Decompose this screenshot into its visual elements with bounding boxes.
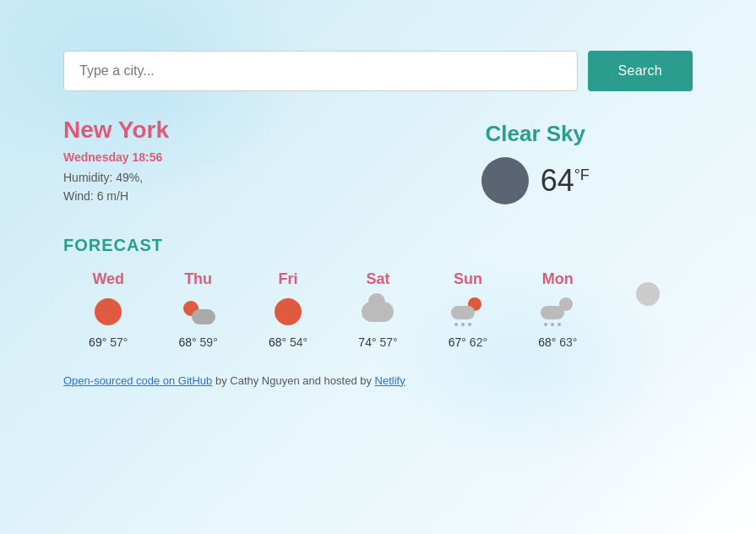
day-name-sat: Sat: [366, 270, 389, 288]
forecast-day-wed: Wed 69° 57°: [63, 270, 153, 349]
forecast-icon-fri: [271, 295, 305, 329]
forecast-icon-extra: [631, 277, 665, 311]
footer-by-text: by Cathy Nguyen and hosted by: [212, 374, 374, 387]
day-name-thu: Thu: [184, 270, 212, 288]
forecast-temps-mon: 68° 63°: [538, 335, 577, 349]
search-button[interactable]: Search: [588, 51, 693, 91]
netlify-link[interactable]: Netlify: [375, 374, 405, 387]
sun-icon-fri: [275, 298, 302, 325]
partly-cloudy-icon: [182, 299, 215, 324]
city-name: New York: [63, 117, 378, 144]
search-row: Search: [63, 51, 693, 91]
forecast-icon-sun: [451, 295, 485, 329]
forecast-day-extra: [603, 270, 693, 349]
forecast-day-sat: Sat 74° 57°: [333, 270, 422, 349]
forecast-day-fri: Fri 68° 54°: [243, 270, 333, 349]
github-link[interactable]: Open-sourced code on GitHub: [63, 374, 212, 387]
wind: Wind: 6 m/H: [63, 187, 378, 205]
footer: Open-sourced code on GitHub by Cathy Ngu…: [63, 374, 693, 387]
weather-icon-temp: 64°F: [481, 157, 590, 204]
forecast-icon-sat: [361, 295, 394, 329]
location-info: New York Wednesday 18:56 Humidity: 49%, …: [63, 117, 378, 206]
condition-label: Clear Sky: [485, 121, 585, 147]
search-input[interactable]: [63, 51, 578, 91]
forecast-label: FORECAST: [63, 236, 693, 255]
forecast-temps-sun: 67° 62°: [449, 335, 487, 349]
unknown-icon: [636, 282, 660, 306]
current-weather: New York Wednesday 18:56 Humidity: 49%, …: [63, 117, 693, 206]
snow-sun-icon: [451, 297, 485, 326]
weather-icon: [481, 157, 529, 204]
day-name-wed: Wed: [92, 270, 124, 288]
forecast-day-sun: Sun 67° 62°: [423, 270, 513, 349]
forecast-temps-wed: 69° 57°: [89, 335, 128, 349]
forecast-temps-fri: 68° 54°: [269, 335, 307, 349]
forecast-icon-thu: [182, 295, 215, 329]
humidity: Humidity: 49%,: [63, 168, 378, 187]
forecast-temps-thu: 68° 59°: [179, 335, 218, 349]
day-name-fri: Fri: [279, 270, 298, 288]
weather-right: Clear Sky 64°F: [378, 117, 693, 204]
forecast-row: Wed 69° 57° Thu 68° 59°: [63, 270, 693, 349]
datetime: Wednesday 18:56: [63, 150, 378, 164]
cloud-icon: [362, 302, 394, 322]
forecast-day-mon: Mon 68° 63°: [513, 270, 602, 349]
moon-cloud-icon: [541, 297, 574, 326]
sun-icon: [95, 298, 122, 325]
forecast-day-thu: Thu 68° 59°: [153, 270, 242, 349]
forecast-icon-wed: [91, 295, 125, 329]
forecast-temps-sat: 74° 57°: [358, 335, 397, 349]
forecast-icon-mon: [541, 295, 574, 329]
forecast-section: FORECAST Wed 69° 57° Thu: [63, 236, 693, 349]
day-name-mon: Mon: [542, 270, 574, 288]
day-name-sun: Sun: [454, 270, 482, 288]
temperature: 64°F: [541, 163, 590, 199]
